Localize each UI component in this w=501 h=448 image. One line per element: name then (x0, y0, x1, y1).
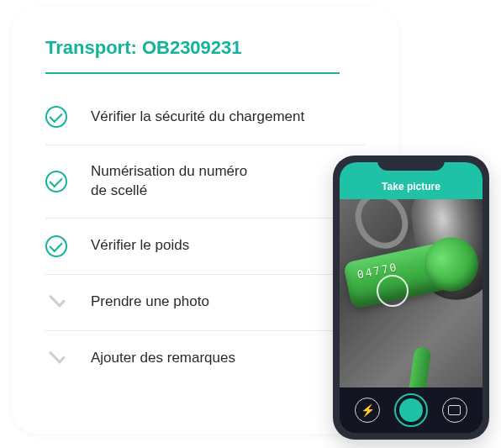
flash-button[interactable]: ⚡ (355, 398, 380, 423)
list-item[interactable]: Prendre une photo (45, 275, 365, 331)
phone-notch (377, 155, 445, 171)
phone-screen: Take picture 04770 ⚡ (340, 162, 483, 433)
check-circle-icon (45, 171, 67, 192)
list-item[interactable]: Vérifier le poids (45, 219, 365, 275)
list-item[interactable]: Numérisation du numéro de scellé (45, 145, 365, 219)
phone-mockup: Take picture 04770 ⚡ (333, 155, 489, 440)
checklist-item-label: Vérifier la sécurité du chargement (91, 108, 304, 127)
shutter-button[interactable] (394, 393, 428, 427)
check-circle-icon (45, 106, 67, 128)
checklist-item-label: Ajouter des remarques (91, 349, 235, 368)
flash-icon: ⚡ (361, 403, 375, 417)
shutter-icon (399, 398, 423, 422)
camera-header-title: Take picture (382, 181, 440, 192)
checklist-item-label: Numérisation du numéro de scellé (91, 162, 247, 201)
page-title: Transport: OB2309231 (12, 37, 398, 72)
camera-viewfinder[interactable]: 04770 (340, 199, 483, 387)
seal-tail (406, 346, 432, 387)
checklist-item-label: Prendre une photo (91, 293, 209, 312)
checklist-item-label: Vérifier le poids (91, 236, 189, 256)
title-underline (45, 72, 340, 74)
check-pending-icon (45, 348, 67, 370)
list-item[interactable]: Ajouter des remarques (45, 331, 365, 387)
list-item[interactable]: Vérifier la sécurité du chargement (45, 89, 365, 145)
check-pending-icon (45, 292, 67, 314)
check-circle-icon (45, 235, 67, 257)
focus-ring-icon (377, 275, 409, 307)
gallery-button[interactable] (442, 398, 467, 423)
camera-controls: ⚡ (340, 387, 483, 433)
